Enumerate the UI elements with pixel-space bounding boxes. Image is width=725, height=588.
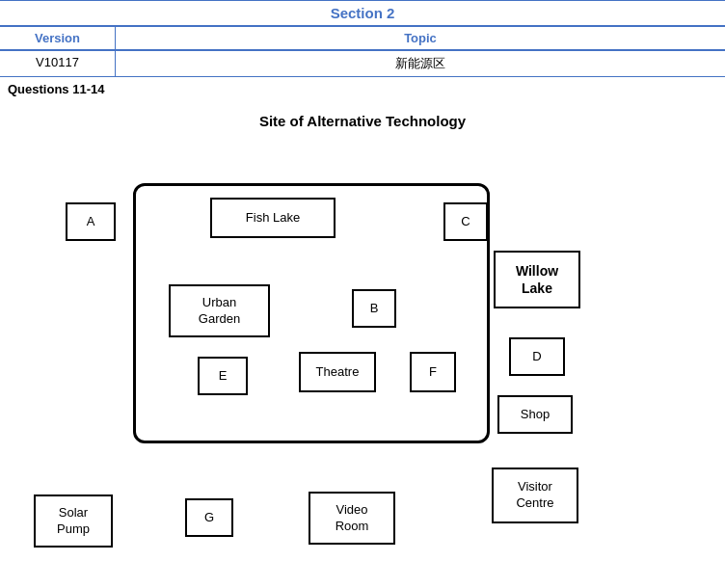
questions-label: Questions 11-14	[0, 77, 725, 101]
box-b: B	[352, 289, 396, 328]
box-c: C	[443, 202, 488, 241]
box-e: E	[198, 357, 248, 395]
box-d: D	[509, 337, 565, 376]
box-video-room: VideoRoom	[309, 492, 395, 545]
box-theatre: Theatre	[299, 352, 376, 392]
section-title: Section 2	[331, 5, 395, 21]
section-header: Section 2	[0, 0, 725, 26]
box-urban-garden: UrbanGarden	[169, 284, 270, 337]
version-header-cell: Version	[0, 27, 116, 49]
map-area: Site of Alternative Technology A Fish La…	[0, 101, 725, 583]
box-solar-pump: SolarPump	[34, 494, 113, 548]
map-title: Site of Alternative Technology	[0, 101, 725, 137]
box-f: F	[410, 352, 456, 392]
info-header-row: Version Topic	[0, 26, 725, 50]
box-willow-lake: WillowLake	[494, 251, 580, 308]
box-fish-lake: Fish Lake	[210, 198, 336, 238]
topic-header-cell: Topic	[116, 27, 725, 49]
box-g: G	[185, 498, 233, 537]
box-shop: Shop	[497, 395, 573, 434]
box-a: A	[66, 202, 116, 241]
topic-value-cell: 新能源区	[116, 51, 725, 76]
info-value-row: V10117 新能源区	[0, 50, 725, 77]
version-value-cell: V10117	[0, 51, 116, 76]
box-visitor-centre: VisitorCentre	[492, 468, 578, 523]
